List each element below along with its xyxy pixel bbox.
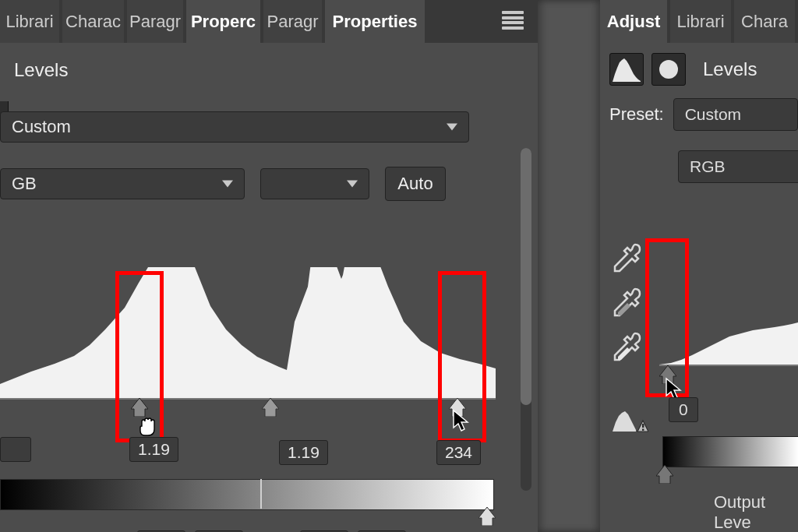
white-point-slider[interactable] xyxy=(449,398,466,417)
eyedropper-white-icon[interactable] xyxy=(612,330,644,363)
channel-value-r: RGB xyxy=(690,157,726,176)
hamburger-menu-icon[interactable] xyxy=(502,11,524,30)
tab-properties-1[interactable]: Properc xyxy=(186,0,260,43)
output-white-slider[interactable] xyxy=(478,507,496,526)
levels-title: Levels xyxy=(14,59,68,81)
white-point-value[interactable]: 234 xyxy=(436,440,481,465)
preset-select[interactable]: Custom xyxy=(0,111,469,143)
preset-label: Preset: xyxy=(609,104,664,125)
left-properties-panel: Librari Charac Paragr Properc Paragr Pro… xyxy=(0,0,538,532)
levels-adjustment-icon[interactable] xyxy=(609,53,644,86)
layer-mask-icon[interactable] xyxy=(651,53,686,86)
histogram-warning-icon[interactable] xyxy=(611,408,648,435)
gradient-seam xyxy=(260,479,262,509)
histogram-left xyxy=(0,267,496,400)
output-levels-label-r: Output Leve xyxy=(714,492,798,532)
auto-button[interactable]: Auto xyxy=(385,167,446,201)
midtone-slider[interactable] xyxy=(262,398,279,417)
svg-rect-1 xyxy=(642,429,644,431)
output-gradient-r[interactable] xyxy=(662,436,798,467)
cursor-grab-icon xyxy=(136,415,159,439)
preset-value-r: Custom xyxy=(685,105,741,124)
right-tab-bar: Adjust Librari Chara xyxy=(600,0,798,43)
tab-character[interactable]: Charac xyxy=(62,0,124,43)
tab-properties-2[interactable]: Properties xyxy=(325,0,425,43)
chevron-down-icon xyxy=(347,181,358,188)
black-point-value-r[interactable]: 0 xyxy=(669,397,698,422)
channel-select[interactable]: GB xyxy=(0,168,245,199)
svg-rect-0 xyxy=(642,424,644,428)
scrollbar[interactable] xyxy=(521,148,531,491)
channel-select-value: GB xyxy=(12,174,37,194)
left-tab-bar: Librari Charac Paragr Properc Paragr Pro… xyxy=(0,0,538,43)
preset-select-value: Custom xyxy=(12,117,71,137)
black-point-slider-r[interactable] xyxy=(659,365,676,384)
scrollbar-thumb[interactable] xyxy=(521,148,531,405)
black-point-value[interactable] xyxy=(0,437,31,462)
chevron-down-icon xyxy=(447,124,457,131)
output-black-slider-r[interactable] xyxy=(656,465,673,484)
preset-select-r[interactable]: Custom xyxy=(673,98,798,131)
tab-paragraph-2[interactable]: Paragr xyxy=(263,0,322,43)
output-gradient[interactable] xyxy=(0,479,494,510)
tab-adjustments[interactable]: Adjust xyxy=(600,0,667,43)
eyedropper-black-icon[interactable] xyxy=(612,241,644,274)
midtone-value[interactable]: 1.19 xyxy=(279,440,328,465)
black-point-readout: 1.19 xyxy=(129,437,178,462)
tab-libraries-r[interactable]: Librari xyxy=(670,0,731,43)
tab-paragraph[interactable]: Paragr xyxy=(127,0,183,43)
chevron-down-icon xyxy=(222,181,233,188)
panel-divider xyxy=(538,0,600,532)
black-point-slider[interactable] xyxy=(131,398,148,417)
levels-title-r: Levels xyxy=(703,58,757,80)
tab-character-r[interactable]: Chara xyxy=(734,0,795,43)
histogram-right xyxy=(659,241,798,366)
left-panel-body: Levels Custom GB Auto xyxy=(0,43,538,532)
eyedropper-gray-icon[interactable] xyxy=(612,286,644,319)
channel-select-r[interactable]: RGB xyxy=(678,150,798,183)
tab-libraries[interactable]: Librari xyxy=(0,0,59,43)
secondary-select[interactable] xyxy=(260,168,369,199)
